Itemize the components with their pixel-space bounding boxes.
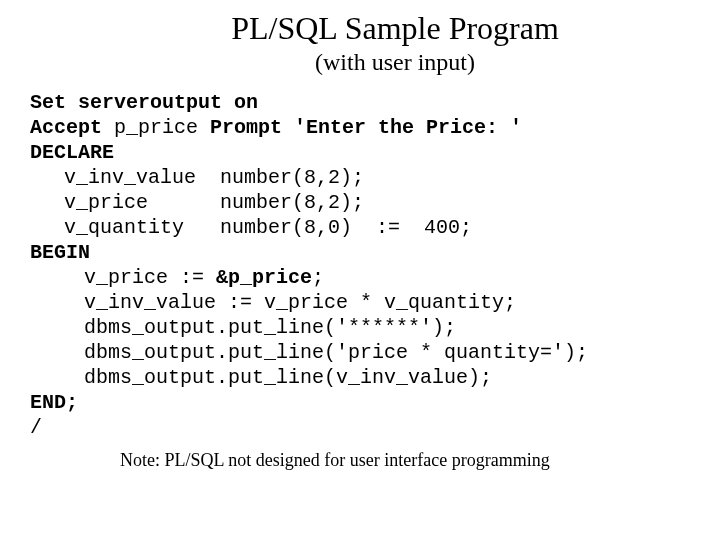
code-line-1: Set serveroutput on (30, 91, 258, 114)
code-line-5: v_price number(8,2); (30, 190, 364, 215)
code-line-2b: p_price (114, 116, 198, 139)
code-line-6: v_quantity number(8,0) := 400; (30, 215, 472, 240)
slide-title: PL/SQL Sample Program (30, 10, 700, 47)
code-line-3: DECLARE (30, 141, 114, 164)
code-line-14: / (30, 416, 42, 439)
code-line-8c: ; (312, 266, 324, 289)
code-line-7: BEGIN (30, 241, 90, 264)
code-line-9: v_inv_value := v_price * v_quantity; (30, 290, 516, 315)
code-block: Set serveroutput on Accept p_price Promp… (30, 90, 700, 440)
code-line-4: v_inv_value number(8,2); (30, 165, 364, 190)
code-line-11: dbms_output.put_line('price * quantity='… (30, 340, 588, 365)
code-line-8b: &p_price (216, 266, 312, 289)
code-line-2a: Accept (30, 116, 114, 139)
code-line-10: dbms_output.put_line('******'); (30, 315, 456, 340)
code-line-13: END; (30, 391, 78, 414)
code-line-2c: Prompt 'Enter the Price: ' (198, 116, 522, 139)
code-line-12: dbms_output.put_line(v_inv_value); (30, 365, 492, 390)
slide: PL/SQL Sample Program (with user input) … (0, 0, 720, 471)
footnote: Note: PL/SQL not designed for user inter… (30, 450, 700, 471)
slide-subtitle: (with user input) (30, 49, 700, 76)
code-line-8a: v_price := (84, 266, 216, 289)
